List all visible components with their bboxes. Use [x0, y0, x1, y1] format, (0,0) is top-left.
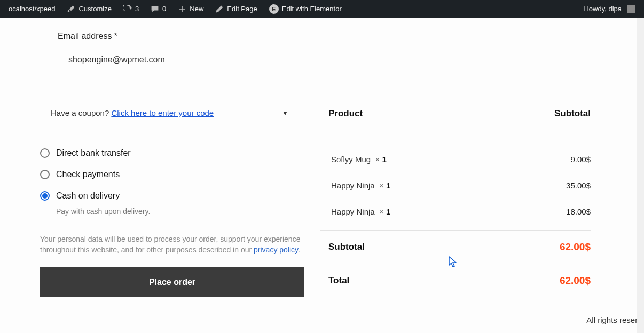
elementor-icon: E [269, 4, 279, 14]
privacy-note: Your personal data will be used to proce… [40, 234, 304, 256]
item-qty-val: 1 [386, 181, 390, 190]
admin-edit-page[interactable]: Edit Page [211, 0, 261, 18]
radio-selected-icon [40, 191, 50, 201]
email-label: Email address * [58, 31, 644, 41]
item-qty: × 1 [379, 207, 390, 216]
summary-head-subtotal: Subtotal [554, 108, 591, 119]
admin-howdy-label: Howdy, dipa [584, 5, 622, 13]
radio-icon [40, 170, 50, 179]
coupon-toggle[interactable]: Have a coupon? Click here to enter your … [40, 108, 304, 117]
item-qty-val: 1 [386, 207, 390, 216]
subtotal-label: Subtotal [320, 242, 365, 252]
item-price: 35.00$ [566, 181, 591, 190]
item-qty-val: 1 [382, 155, 386, 164]
plus-icon [178, 5, 186, 13]
admin-bar-right: Howdy, dipa [579, 0, 640, 18]
chevron-down-icon: ▼ [282, 109, 288, 117]
admin-customize[interactable]: Customize [62, 0, 115, 18]
email-field[interactable]: shopengine@wpmet.com [68, 55, 632, 68]
total-label: Total [320, 275, 349, 286]
scrollbar[interactable] [637, 18, 644, 333]
comment-icon [151, 5, 159, 13]
avatar [627, 5, 635, 13]
item-name-text: Soflyy Mug [331, 155, 371, 164]
checkout-columns: Have a coupon? Click here to enter your … [0, 108, 644, 297]
summary-item-row: Happy Ninja × 1 18.00$ [320, 199, 591, 225]
checkout-left: Have a coupon? Click here to enter your … [0, 108, 320, 297]
payment-methods: Direct bank transfer Check payments Cash… [40, 148, 304, 216]
admin-elementor-label: Edit with Elementor [282, 5, 342, 13]
coupon-prompt: Have a coupon? [51, 108, 111, 117]
privacy-policy-link[interactable]: privacy policy [254, 245, 298, 254]
summary-totals: Subtotal 62.00$ Total 62.00$ [320, 230, 591, 297]
summary-subtotal-row: Subtotal 62.00$ [320, 230, 591, 264]
payment-check-label: Check payments [56, 170, 120, 179]
admin-howdy[interactable]: Howdy, dipa [579, 0, 640, 18]
item-name-text: Happy Ninja [331, 207, 375, 216]
radio-icon [40, 148, 50, 158]
admin-customize-label: Customize [78, 5, 111, 13]
item-qty: × 1 [375, 155, 387, 164]
admin-updates[interactable]: 3 [119, 0, 143, 18]
update-icon [123, 5, 132, 13]
admin-site-link[interactable]: ocalhost/xpeed [4, 0, 59, 18]
item-name: Happy Ninja × 1 [320, 181, 390, 190]
email-section: Email address * shopengine@wpmet.com [0, 31, 644, 77]
payment-check[interactable]: Check payments [40, 170, 304, 179]
pencil-icon [215, 5, 224, 13]
place-order-button[interactable]: Place order [40, 267, 304, 297]
summary-head-product: Product [320, 108, 363, 119]
admin-edit-elementor[interactable]: E Edit with Elementor [265, 0, 346, 18]
admin-new-label: New [190, 5, 203, 13]
item-name: Soflyy Mug × 1 [320, 155, 387, 164]
admin-updates-count: 3 [135, 5, 139, 13]
wp-admin-bar: ocalhost/xpeed Customize 3 0 New Edit Pa… [0, 0, 644, 18]
footer: All rights reserve [0, 297, 644, 333]
item-price: 9.00$ [570, 155, 591, 164]
privacy-tail: . [298, 245, 300, 254]
footer-text: All rights reserve [586, 315, 644, 324]
admin-comments-count: 0 [162, 5, 166, 13]
brush-icon [67, 5, 75, 13]
order-summary: Product Subtotal Soflyy Mug × 1 9.00$ Ha… [320, 108, 644, 297]
admin-bar-left: ocalhost/xpeed Customize 3 0 New Edit Pa… [4, 0, 346, 18]
summary-item-row: Soflyy Mug × 1 9.00$ [320, 146, 591, 172]
summary-header: Product Subtotal [320, 108, 591, 131]
subtotal-value: 62.00$ [560, 241, 591, 253]
item-name: Happy Ninja × 1 [320, 207, 390, 216]
coupon-text: Have a coupon? Click here to enter your … [51, 108, 214, 117]
payment-cod[interactable]: Cash on delivery [40, 191, 304, 201]
summary-table: Product Subtotal Soflyy Mug × 1 9.00$ Ha… [320, 108, 591, 297]
admin-comments[interactable]: 0 [146, 0, 170, 18]
item-price: 18.00$ [566, 207, 591, 216]
total-value: 62.00$ [560, 275, 591, 287]
summary-item-row: Happy Ninja × 1 35.00$ [320, 172, 591, 199]
payment-cod-label: Cash on delivery [56, 191, 120, 201]
summary-total-row: Total 62.00$ [320, 264, 591, 297]
item-qty: × 1 [379, 181, 390, 190]
payment-bank-label: Direct bank transfer [56, 148, 131, 158]
coupon-link[interactable]: Click here to enter your code [111, 108, 214, 117]
admin-new[interactable]: New [174, 0, 208, 18]
admin-edit-page-label: Edit Page [227, 5, 257, 13]
payment-cod-description: Pay with cash upon delivery. [56, 207, 304, 216]
summary-body: Soflyy Mug × 1 9.00$ Happy Ninja × 1 35.… [320, 131, 591, 225]
item-name-text: Happy Ninja [331, 181, 375, 190]
payment-bank[interactable]: Direct bank transfer [40, 148, 304, 158]
